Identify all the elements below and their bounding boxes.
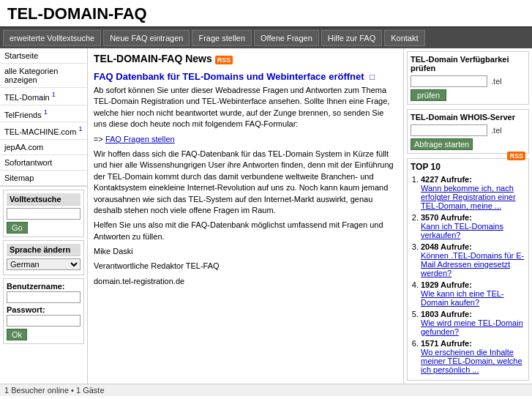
sidebar-nav: Startseite alle Kategorien anzeigen TEL-… xyxy=(0,48,87,187)
top10-item-3: 2048 Aufrufe: Können .TEL-Domains für E-… xyxy=(421,242,525,277)
article-icon: □ xyxy=(370,72,375,81)
sidebar-item-startseite[interactable]: Startseite xyxy=(0,48,87,64)
login-ok-button[interactable]: Ok xyxy=(7,329,27,340)
sidebar-item-tel-machine[interactable]: TEL-MACHINE.com 1 xyxy=(0,122,87,140)
main-layout: Startseite alle Kategorien anzeigen TEL-… xyxy=(0,48,532,384)
nav-contact[interactable]: Kontakt xyxy=(384,30,424,46)
availability-check-button[interactable]: prüfen xyxy=(411,89,446,101)
top10-views-3: 2048 Aufrufe: xyxy=(421,242,472,251)
whois-query-button[interactable]: Abfrage starten xyxy=(411,138,473,150)
volltextsuche-go-button[interactable]: Go xyxy=(7,222,28,234)
top10-list: 4227 Aufrufe: Wann bekomme ich, nach erf… xyxy=(411,175,525,374)
top10-views-6: 1571 Aufrufe: xyxy=(421,339,472,348)
username-input[interactable] xyxy=(7,291,80,303)
nav-open-questions[interactable]: Offene Fragen xyxy=(254,30,319,46)
whois-box: TEL-Domain WHOIS-Server .tel Abfrage sta… xyxy=(407,109,529,154)
top10-item-6: 1571 Aufrufe: Wo erscheinen die Inhalte … xyxy=(421,339,525,374)
login-box: Benutzername: Passwort: Ok xyxy=(3,278,84,344)
whois-input[interactable] xyxy=(411,124,487,136)
availability-input-row: .tel xyxy=(411,75,525,87)
sprache-select[interactable]: German English French xyxy=(7,258,80,270)
top10-link-3[interactable]: Können .TEL-Domains für E-Mail Adressen … xyxy=(421,251,524,277)
volltextsuche-box: Volltextsuche Go xyxy=(3,190,84,237)
telfriends-badge: 1 xyxy=(44,108,48,116)
footer: 1 Besucher online • 1 Gäste xyxy=(0,384,532,396)
nav-full-search[interactable]: erweiterte Volltextsuche xyxy=(3,30,101,46)
top10-link-5[interactable]: Wie wird meine TEL-Domain gefunden? xyxy=(421,318,523,336)
sprache-label: Sprache ändern xyxy=(7,244,80,256)
article-para-2: Wir hoffen dass sich die FAQ-Datenbank f… xyxy=(94,149,397,216)
top10-link-6[interactable]: Wo erscheinen die Inhalte meiner TEL-Dom… xyxy=(421,348,522,374)
site-title: TEL-DOMAIN-FAQ xyxy=(7,4,525,23)
top10-box: TOP 10 4227 Aufrufe: Wann bekomme ich, n… xyxy=(407,158,529,381)
top10-item-4: 1929 Aufrufe: Wie kann ich eine TEL-Doma… xyxy=(421,280,525,307)
top10-link-4[interactable]: Wie kann ich eine TEL-Domain kaufen? xyxy=(421,289,504,307)
page-header: TEL-DOMAIN-FAQ xyxy=(0,0,532,28)
nav-new-faq[interactable]: Neue FAQ eintragen xyxy=(103,30,190,46)
volltextsuche-input[interactable] xyxy=(7,208,80,220)
volltextsuche-label: Volltextsuche xyxy=(7,193,80,206)
top10-link-2[interactable]: Kann ich TEL-Domains verkaufen? xyxy=(421,222,503,239)
footer-text: 1 Besucher online • 1 Gäste xyxy=(4,386,105,395)
article-title: FAQ Datenbank für TEL-Domains und Webint… xyxy=(94,71,397,82)
sidebar-item-all-categories[interactable]: alle Kategorien anzeigen xyxy=(0,64,87,88)
right-panel: TEL-Domain Verfügbarkei prüfen .tel prüf… xyxy=(404,48,532,384)
sidebar-item-tel-domain[interactable]: TEL-Domain 1 xyxy=(0,88,87,105)
top10-views-4: 1929 Aufrufe: xyxy=(421,280,472,289)
article-author: Mike Daski xyxy=(94,246,397,257)
faq-link[interactable]: FAQ Fragen stellen xyxy=(105,135,175,143)
sprache-box: Sprache ändern German English French xyxy=(3,240,84,275)
main-content: TEL-DOMAIN-FAQ News RSS FAQ Datenbank fü… xyxy=(88,48,404,384)
sidebar-item-telfriends[interactable]: TelFriends 1 xyxy=(0,105,87,123)
nav-faq-help[interactable]: Hilfe zur FAQ xyxy=(321,30,382,46)
nav-ask-question[interactable]: Frage stellen xyxy=(192,30,252,46)
article-domain: domain.tel-registration.de xyxy=(94,276,397,287)
top10-title: TOP 10 xyxy=(411,162,525,172)
article-para-3: Helfen Sie uns also mit die FAQ-Datenban… xyxy=(94,220,397,242)
top10-item-2: 3570 Aufrufe: Kann ich TEL-Domains verka… xyxy=(421,213,525,239)
article-para-1: Ab sofort können Sie unter dieser Webadr… xyxy=(94,85,397,130)
whois-suffix: .tel xyxy=(491,126,502,135)
availability-title: TEL-Domain Verfügbarkei prüfen xyxy=(411,55,525,72)
navbar: erweiterte Volltextsuche Neue FAQ eintra… xyxy=(0,28,532,48)
news-title: TEL-DOMAIN-FAQ News xyxy=(94,53,212,64)
availability-suffix: .tel xyxy=(491,77,502,86)
availability-box: TEL-Domain Verfügbarkei prüfen .tel prüf… xyxy=(407,51,529,105)
sidebar-item-jepaa[interactable]: jepAA.com xyxy=(0,140,87,155)
availability-input[interactable] xyxy=(411,75,487,87)
rss-badge: RSS xyxy=(215,56,233,64)
whois-input-row: .tel xyxy=(411,124,525,136)
sidebar-item-sitemap[interactable]: Sitemap xyxy=(0,171,87,186)
article-faq-link-para: => FAQ Fragen stellen xyxy=(94,134,397,145)
whois-title: TEL-Domain WHOIS-Server xyxy=(411,113,525,122)
password-input[interactable] xyxy=(7,315,80,327)
tel-domain-badge: 1 xyxy=(52,91,56,98)
sidebar-item-sofortantwort[interactable]: Sofortantwort xyxy=(0,155,87,171)
top10-views-5: 1803 Aufrufe: xyxy=(421,310,472,318)
news-header: TEL-DOMAIN-FAQ News RSS xyxy=(94,53,397,67)
password-label: Passwort: xyxy=(7,305,80,314)
top10-item-1: 4227 Aufrufe: Wann bekomme ich, nach erf… xyxy=(421,175,525,210)
top10-link-1[interactable]: Wann bekomme ich, nach erfolgter Registr… xyxy=(421,184,516,210)
sidebar: Startseite alle Kategorien anzeigen TEL-… xyxy=(0,48,88,384)
username-label: Benutzername: xyxy=(7,282,80,291)
top10-item-5: 1803 Aufrufe: Wie wird meine TEL-Domain … xyxy=(421,310,525,336)
top10-views-2: 3570 Aufrufe: xyxy=(421,213,472,222)
article-role: Verantwortliche Redaktor TEL-FAQ xyxy=(94,261,397,272)
tel-machine-badge: 1 xyxy=(78,125,82,133)
whois-rss-badge: RSS xyxy=(507,152,525,160)
top10-views-1: 4227 Aufrufe: xyxy=(421,175,472,184)
